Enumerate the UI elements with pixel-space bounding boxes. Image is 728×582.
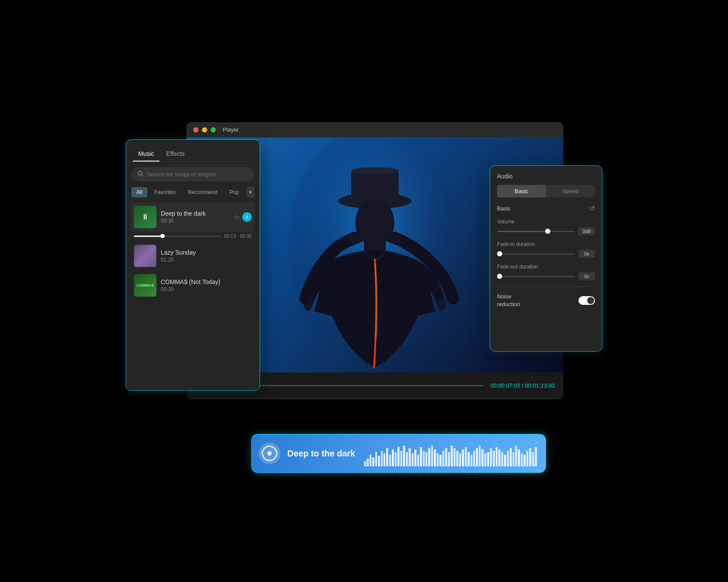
- song-item-1[interactable]: ⏸ Deep to the dark 00:35 ☆ +: [131, 202, 254, 232]
- waveform-bar: [386, 448, 388, 466]
- waveform-bar: [375, 452, 377, 466]
- progress-row-1: 00:13 · 00:35: [131, 232, 254, 241]
- volume-slider[interactable]: [497, 231, 575, 232]
- waveform-bar: [459, 453, 461, 466]
- waveform-bar: [417, 455, 419, 466]
- waveform-bar: [487, 452, 489, 466]
- maximize-dot[interactable]: [211, 127, 216, 133]
- music-panel: Music Effects All Favorites Recommend Po…: [126, 139, 260, 391]
- minimize-dot[interactable]: [202, 127, 207, 133]
- fadeout-slider[interactable]: [497, 276, 575, 277]
- waveform-bar: [426, 452, 427, 466]
- progress-time-1: 00:13 · 00:35: [224, 233, 252, 239]
- audio-title: Audio: [497, 173, 595, 180]
- noise-reduction-toggle[interactable]: [578, 296, 595, 305]
- waveform-bar: [381, 451, 383, 466]
- filter-all[interactable]: All: [131, 187, 147, 197]
- waveform-bar: [392, 449, 393, 466]
- waveform-bar: [409, 448, 410, 466]
- svg-point-7: [387, 233, 402, 244]
- progress-bar-1[interactable]: [134, 236, 221, 237]
- waveform-bar: [462, 449, 464, 466]
- svg-rect-2: [351, 171, 399, 203]
- waveform-bar: [532, 452, 534, 466]
- song-item-2[interactable]: Lazy Sunday 01:26: [131, 241, 254, 271]
- song-name-3: COMMA$ (Not Today): [161, 278, 252, 285]
- waveform-bar: [493, 451, 494, 466]
- filter-favorites[interactable]: Favorites: [149, 187, 181, 197]
- reset-icon[interactable]: ↺: [589, 204, 595, 213]
- waveform-bar: [513, 452, 514, 466]
- waveform-bar: [535, 447, 536, 466]
- noise-label: Noise reduction: [497, 293, 520, 308]
- waveform-bar: [378, 456, 380, 466]
- waveform-bar: [471, 455, 472, 466]
- waveform-bar: [473, 451, 475, 466]
- song-thumb-2: [134, 245, 156, 267]
- star-button-1[interactable]: ☆: [234, 213, 240, 221]
- tab-effects[interactable]: Effects: [161, 147, 190, 162]
- waveform-bar: [501, 452, 503, 466]
- add-button-1[interactable]: +: [242, 212, 252, 222]
- search-icon: [137, 171, 143, 178]
- volume-value: 0dB: [578, 227, 595, 235]
- close-dot[interactable]: [193, 127, 198, 133]
- player-title: Player: [223, 126, 239, 133]
- basic-label: Basic: [497, 205, 511, 212]
- fadein-control: Fade-in duration 0s: [497, 241, 595, 258]
- now-playing-bar: Deep to the dark: [251, 434, 546, 473]
- audio-tabs: Basic Speed: [497, 185, 595, 197]
- waveform-bar: [445, 448, 447, 466]
- waveform-bar: [439, 455, 441, 466]
- divider: [497, 286, 595, 287]
- song-list: ⏸ Deep to the dark 00:35 ☆ +: [126, 202, 260, 300]
- music-logo-inner: [262, 446, 277, 461]
- waveform-bar: [448, 452, 450, 466]
- waveform-bar: [434, 449, 436, 466]
- svg-point-3: [351, 167, 399, 174]
- audio-panel: Audio Basic Speed Basic ↺ Volume 0dB Fad…: [490, 165, 602, 352]
- audio-tab-basic[interactable]: Basic: [497, 185, 546, 197]
- waveform-bar: [465, 447, 467, 466]
- volume-slider-row: 0dB: [497, 227, 595, 235]
- fadein-slider[interactable]: [497, 253, 575, 255]
- song-duration-1: 00:35: [161, 218, 229, 224]
- waveform-bar: [479, 446, 481, 466]
- tab-music[interactable]: Music: [133, 147, 159, 162]
- search-input[interactable]: [147, 171, 248, 178]
- logo-circle: [267, 451, 272, 456]
- fadeout-value: 0s: [578, 272, 595, 280]
- filter-dropdown[interactable]: ▾: [247, 187, 254, 198]
- waveform-bar: [428, 448, 430, 466]
- music-logo: [259, 443, 280, 464]
- waveform-bar: [526, 451, 528, 466]
- waveform-bar: [423, 451, 425, 466]
- filter-recommend[interactable]: Recommend: [183, 187, 223, 197]
- song-item-3[interactable]: COMMA$ COMMA$ (Not Today) 00:30: [131, 271, 254, 300]
- song-thumb-1: ⏸: [134, 206, 156, 228]
- song-duration-2: 01:26: [161, 257, 252, 263]
- waveform-bar: [507, 451, 509, 466]
- filter-pop[interactable]: Pop: [224, 187, 244, 197]
- fadeout-label: Fade-out duration: [497, 264, 595, 270]
- pause-icon: ⏸: [141, 213, 149, 222]
- fadeout-control: Fade-out duration 0s: [497, 264, 595, 280]
- filter-row: All Favorites Recommend Pop ▾: [126, 187, 260, 202]
- audio-tab-speed[interactable]: Speed: [546, 185, 595, 197]
- waveform-bar: [476, 448, 478, 466]
- waveform-bar: [518, 449, 520, 466]
- waveform-bar: [481, 449, 483, 466]
- waveform-bar: [437, 453, 439, 466]
- song-name-1: Deep to the dark: [161, 210, 229, 217]
- fadein-value: 0s: [578, 250, 595, 258]
- waveform-bar: [414, 449, 416, 466]
- tabs-row: Music Effects: [126, 140, 260, 162]
- player-titlebar: Player: [186, 122, 563, 138]
- basic-section-header: Basic ↺: [497, 204, 595, 213]
- waveform-bar: [431, 446, 433, 466]
- waveform-bar: [400, 451, 402, 466]
- svg-point-6: [348, 233, 363, 244]
- waveform-bar: [504, 455, 506, 466]
- waveform-bar: [384, 453, 385, 466]
- waveform-bar: [406, 452, 408, 466]
